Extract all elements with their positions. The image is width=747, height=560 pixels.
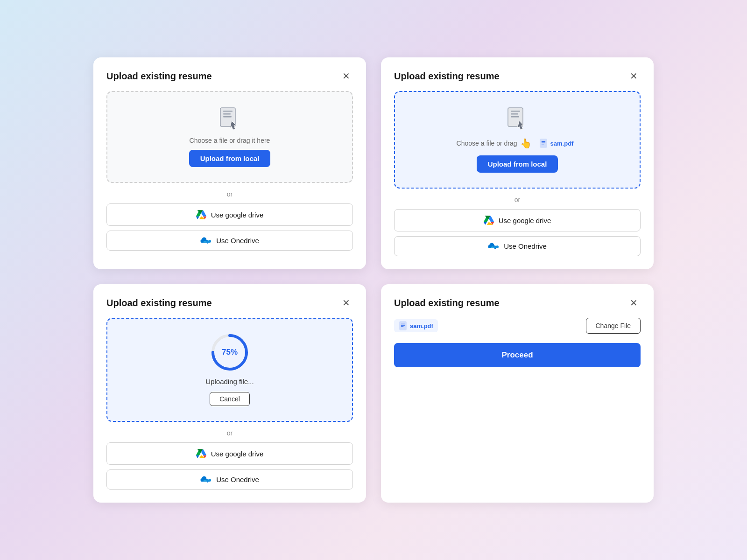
or-divider-3: or xyxy=(106,429,353,437)
card-title-1: Upload existing resume xyxy=(106,71,212,82)
cancel-button[interactable]: Cancel xyxy=(210,392,250,406)
drop-zone-2[interactable]: Choose a file or drag 👆 sam.pdf Upload f… xyxy=(394,91,641,189)
upload-local-btn-2[interactable]: Upload from local xyxy=(477,155,558,173)
progress-label: 75% xyxy=(222,348,238,357)
drag-text-row: Choose a file or drag 👆 sam.pdf xyxy=(457,137,578,150)
svg-rect-6 xyxy=(511,111,520,112)
onedrive-icon-1 xyxy=(200,237,211,245)
close-button-4[interactable]: ✕ xyxy=(627,297,641,308)
card-empty: Upload existing resume ✕ Choose a file o… xyxy=(93,57,366,269)
google-drive-btn-3[interactable]: Use google drive xyxy=(106,442,353,465)
file-badge-2: sam.pdf xyxy=(535,137,578,150)
file-badge-4: sam.pdf xyxy=(394,319,438,332)
file-icon-4 xyxy=(399,321,407,330)
google-drive-label-2: Use google drive xyxy=(499,217,551,224)
onedrive-label-2: Use Onedrive xyxy=(504,242,547,250)
progress-container: 75% Uploading file... Cancel xyxy=(205,334,254,406)
onedrive-btn-3[interactable]: Use Onedrive xyxy=(106,469,353,490)
file-upload-icon-1 xyxy=(218,107,241,131)
svg-rect-3 xyxy=(223,116,232,118)
progress-circle: 75% xyxy=(211,334,248,371)
file-icon-2 xyxy=(539,139,548,148)
svg-rect-7 xyxy=(511,113,518,115)
card-header-3: Upload existing resume ✕ xyxy=(106,297,353,308)
google-drive-label-3: Use google drive xyxy=(211,450,264,458)
proceed-button[interactable]: Proceed xyxy=(394,343,641,367)
card-header-1: Upload existing resume ✕ xyxy=(106,70,353,82)
google-drive-btn-2[interactable]: Use google drive xyxy=(394,209,641,231)
onedrive-label-1: Use Onedrive xyxy=(216,237,259,245)
card-title-2: Upload existing resume xyxy=(394,71,500,82)
upload-local-btn-1[interactable]: Upload from local xyxy=(189,150,271,167)
google-drive-icon-2 xyxy=(484,215,494,225)
card-header-2: Upload existing resume ✕ xyxy=(394,70,641,82)
card-title-4: Upload existing resume xyxy=(394,298,500,308)
drop-zone-text-2: Choose a file or drag xyxy=(457,140,517,147)
google-drive-icon-3 xyxy=(196,448,206,459)
drop-zone-3: 75% Uploading file... Cancel xyxy=(106,318,353,422)
onedrive-btn-2[interactable]: Use Onedrive xyxy=(394,236,641,256)
close-button-3[interactable]: ✕ xyxy=(339,297,353,308)
google-drive-icon-1 xyxy=(196,210,206,220)
file-name-badge-2: sam.pdf xyxy=(550,140,574,147)
close-button-2[interactable]: ✕ xyxy=(627,70,641,82)
svg-rect-8 xyxy=(511,116,519,118)
file-row: sam.pdf Change File xyxy=(394,318,641,334)
file-name-4: sam.pdf xyxy=(410,322,433,329)
svg-rect-1 xyxy=(223,111,233,112)
card-uploaded: Upload existing resume ✕ sam.pdf Change … xyxy=(381,284,654,503)
file-upload-icon-2 xyxy=(506,107,529,131)
drop-zone-text-1: Choose a file or drag it here xyxy=(190,137,270,144)
onedrive-icon-3 xyxy=(200,476,211,483)
card-header-4: Upload existing resume ✕ xyxy=(394,297,641,308)
svg-rect-13 xyxy=(400,322,407,330)
or-divider-2: or xyxy=(394,196,641,203)
close-button-1[interactable]: ✕ xyxy=(339,70,353,82)
google-drive-label-1: Use google drive xyxy=(211,211,264,219)
card-uploading: Upload existing resume ✕ 75% Uploading f… xyxy=(93,284,366,503)
onedrive-icon-2 xyxy=(488,243,499,250)
svg-rect-10 xyxy=(540,139,547,147)
google-drive-btn-1[interactable]: Use google drive xyxy=(106,203,353,226)
change-file-button[interactable]: Change File xyxy=(586,318,641,334)
page-grid: Upload existing resume ✕ Choose a file o… xyxy=(75,39,672,521)
onedrive-btn-1[interactable]: Use Onedrive xyxy=(106,231,353,251)
uploading-text: Uploading file... xyxy=(205,378,254,385)
card-dragging: Upload existing resume ✕ Choose a file o… xyxy=(381,57,654,269)
svg-rect-2 xyxy=(223,113,231,115)
or-divider-1: or xyxy=(106,190,353,198)
drop-zone-1[interactable]: Choose a file or drag it here Upload fro… xyxy=(106,91,353,183)
card-title-3: Upload existing resume xyxy=(106,298,212,308)
cursor-hand-icon: 👆 xyxy=(520,138,532,149)
onedrive-label-3: Use Onedrive xyxy=(216,476,259,483)
